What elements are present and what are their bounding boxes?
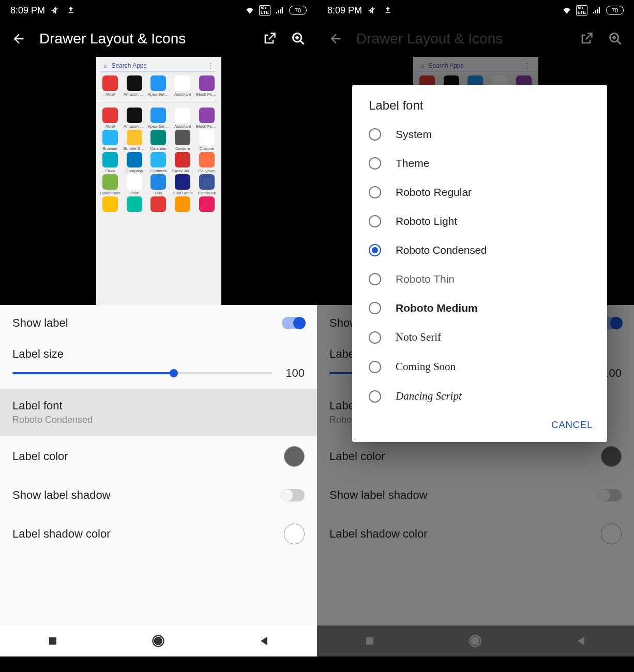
app-label: Bubble Story: [124, 146, 145, 151]
radio-icon: [369, 331, 381, 344]
app-icon: [102, 75, 118, 91]
show-shadow-row[interactable]: Show label shadow: [0, 477, 317, 513]
battery-icon: 70: [606, 6, 624, 15]
font-option[interactable]: Roboto Regular: [352, 178, 607, 207]
font-option-label: Noto Serif: [396, 331, 441, 344]
app-label: Clock: [105, 169, 115, 173]
app-label: Dailyhunt: [198, 169, 215, 173]
app-item: Browser: [98, 130, 123, 151]
radio-icon: [369, 186, 381, 198]
app-item: Chrome: [195, 130, 219, 151]
app-item: Block Puzzl..: [195, 108, 219, 129]
app-icon: [199, 108, 215, 123]
page-title: Drawer Layout & Icons: [356, 30, 566, 47]
app-item: Duo: [146, 174, 171, 195]
app-item: Contacts: [146, 152, 171, 173]
share-icon[interactable]: [261, 30, 278, 47]
font-option[interactable]: Roboto Thin: [352, 265, 607, 294]
label-color-label: Label color: [12, 450, 68, 463]
app-item: Apex Settin..: [146, 75, 171, 97]
app-item: Amazon Sh..: [122, 75, 146, 97]
font-option[interactable]: Noto Serif: [352, 323, 607, 352]
radio-icon: [369, 390, 381, 403]
app-icon: [102, 152, 118, 167]
settings-panel: Show label Label size 100 Label font Rob…: [0, 305, 317, 656]
font-option-label: System: [396, 128, 432, 141]
cancel-button[interactable]: CANCEL: [551, 419, 593, 431]
preview-area: ⌕ Search Apps ⋮ AirtelAmazon Sh..Apex Se…: [0, 57, 317, 305]
shadow-color-swatch[interactable]: [284, 524, 305, 544]
app-icon: [199, 152, 215, 167]
share-icon: [578, 30, 595, 47]
font-option[interactable]: Roboto Medium: [352, 294, 607, 323]
app-icon: [175, 75, 190, 91]
show-label-label: Show label: [12, 316, 68, 330]
nav-recent[interactable]: [46, 634, 60, 648]
search-text: Search Apps: [112, 62, 147, 69]
app-item: Crazy Juicer: [171, 152, 195, 173]
nav-back[interactable]: [574, 634, 588, 648]
app-label: Apex Settin..: [147, 92, 169, 97]
app-item: Calendar: [146, 130, 171, 151]
app-label: Browser: [102, 146, 117, 151]
label-size-slider[interactable]: [12, 372, 273, 374]
more-icon: ⋮: [207, 62, 214, 70]
font-option[interactable]: Theme: [352, 149, 607, 178]
upload-icon: [383, 5, 393, 16]
app-label: Contacts: [150, 169, 167, 173]
radio-icon: [369, 273, 381, 285]
app-label: Crazy Juicer: [172, 169, 193, 173]
font-option[interactable]: Dancing Script: [352, 381, 607, 411]
font-option[interactable]: Coming Soon: [352, 352, 607, 381]
font-option-label: Theme: [396, 157, 429, 170]
show-label-row[interactable]: Show label: [0, 305, 317, 341]
app-label: Assistant: [174, 124, 191, 129]
mute-icon: [50, 5, 61, 16]
svg-point-3: [155, 637, 162, 645]
app-icon: [150, 108, 166, 123]
app-label: Assistant: [174, 92, 191, 97]
app-item: Amazon Sh..: [122, 108, 146, 129]
app-item: Dust Settle: [171, 174, 195, 195]
show-label-toggle[interactable]: [282, 317, 305, 329]
shadow-color-row[interactable]: Label shadow color: [0, 513, 317, 555]
app-label: Amazon Sh..: [124, 92, 145, 97]
app-label: Block Puzzl..: [196, 92, 218, 97]
label-size-row: Label size 100: [0, 341, 317, 389]
font-option[interactable]: Roboto Light: [352, 207, 607, 236]
font-option[interactable]: Roboto Condensed: [352, 236, 607, 265]
app-icon: [127, 130, 142, 145]
app-label: Drive: [129, 191, 139, 195]
nav-back[interactable]: [257, 634, 271, 648]
back-button[interactable]: [10, 30, 27, 47]
app-label: Chrome: [200, 146, 214, 151]
app-bar: Drawer Layout & Icons: [0, 21, 317, 57]
app-icon: [127, 174, 142, 190]
app-icon: [127, 152, 142, 167]
wifi-icon: [245, 5, 255, 16]
app-item: Airtel: [98, 75, 123, 97]
radio-icon: [369, 302, 381, 314]
volte-icon: VoLTE: [259, 5, 270, 16]
nav-bar: [0, 625, 317, 656]
app-label: Airtel: [105, 92, 115, 97]
font-option-label: Roboto Thin: [396, 273, 455, 285]
app-icon: [175, 152, 190, 167]
app-label: Camera: [175, 146, 190, 151]
font-option[interactable]: System: [352, 120, 607, 149]
app-icon: [150, 152, 166, 167]
zoom-icon: [607, 30, 624, 47]
zoom-icon[interactable]: [290, 30, 307, 47]
label-color-swatch[interactable]: [284, 446, 305, 467]
label-font-row[interactable]: Label font Roboto Condensed: [0, 389, 317, 436]
nav-recent[interactable]: [363, 634, 377, 648]
app-icon: [102, 130, 118, 145]
nav-home[interactable]: [151, 634, 165, 648]
label-color-row[interactable]: Label color: [0, 436, 317, 477]
mute-icon: [367, 5, 378, 16]
preview-card: ⌕ Search Apps ⋮ AirtelAmazon Sh..Apex Se…: [96, 57, 221, 305]
font-option-label: Roboto Condensed: [396, 244, 487, 256]
app-label: Calendar: [150, 146, 167, 151]
show-shadow-toggle[interactable]: [282, 489, 305, 501]
nav-home[interactable]: [468, 634, 482, 648]
